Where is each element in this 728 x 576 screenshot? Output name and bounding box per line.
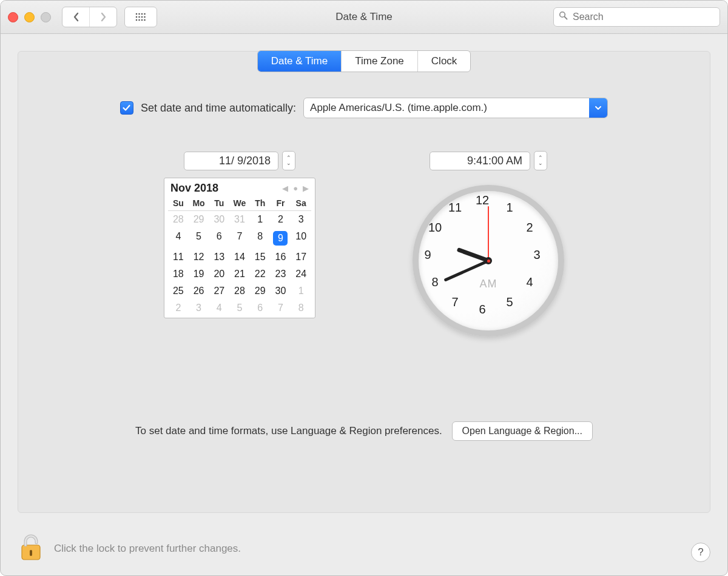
clock-number: 11 <box>448 201 462 215</box>
close-window-button[interactable] <box>8 12 18 22</box>
calendar-day[interactable]: 31 <box>229 211 250 228</box>
calendar-day[interactable]: 25 <box>168 283 189 300</box>
calendar-dow: Sa <box>291 198 311 208</box>
calendar-day[interactable]: 24 <box>291 266 311 283</box>
back-forward-buttons[interactable] <box>62 7 117 27</box>
search-icon <box>559 11 568 23</box>
calendar-day[interactable]: 4 <box>168 228 189 249</box>
calendar-day[interactable]: 14 <box>229 249 250 266</box>
calendar-prev-icon[interactable]: ◀ <box>282 184 288 193</box>
calendar-day[interactable]: 9 <box>271 228 291 249</box>
calendar-days-grid[interactable]: 2829303112345678910111213141516171819202… <box>168 211 311 316</box>
forward-button[interactable] <box>90 7 116 27</box>
help-button[interactable]: ? <box>691 543 710 562</box>
window-controls <box>8 12 51 22</box>
auto-set-row: Set date and time automatically: Apple A… <box>18 98 710 118</box>
time-field[interactable]: 9:41:00 AM <box>430 152 530 170</box>
date-stepper-row: 11/ 9/2018 ⌃ ⌄ <box>184 151 295 170</box>
date-stepper[interactable]: ⌃ ⌄ <box>282 151 295 170</box>
clock-number: 7 <box>451 295 458 309</box>
calendar-day[interactable]: 27 <box>209 283 229 300</box>
calendar-next-icon[interactable]: ▶ <box>303 184 309 193</box>
calendar-day[interactable]: 28 <box>168 211 189 228</box>
clock-number: 12 <box>476 193 489 207</box>
calendar-day[interactable]: 30 <box>209 211 229 228</box>
calendar[interactable]: Nov 2018 ◀ ● ▶ SuMoTuWeThFrSa 2829303112… <box>164 178 315 318</box>
auto-set-checkbox[interactable] <box>120 101 133 115</box>
tab-date-time[interactable]: Date & Time <box>258 51 342 72</box>
time-stepper[interactable]: ⌃ ⌄ <box>534 151 547 170</box>
calendar-dow: Fr <box>271 198 291 208</box>
calendar-day[interactable]: 22 <box>250 266 271 283</box>
calendar-day[interactable]: 11 <box>168 249 189 266</box>
calendar-dow-row: SuMoTuWeThFrSa <box>168 198 311 211</box>
calendar-day[interactable]: 18 <box>168 266 189 283</box>
calendar-day[interactable]: 16 <box>271 249 291 266</box>
tab-bar: Date & Time Time Zone Clock <box>18 50 710 72</box>
calendar-day[interactable]: 26 <box>189 283 209 300</box>
clock-ampm-label: AM <box>480 278 497 290</box>
svg-point-5 <box>138 16 140 18</box>
tab-time-zone[interactable]: Time Zone <box>342 51 418 72</box>
chevron-left-icon <box>73 12 79 22</box>
calendar-day[interactable]: 13 <box>209 249 229 266</box>
tab-clock[interactable]: Clock <box>418 51 471 72</box>
clock-number: 8 <box>431 275 438 289</box>
calendar-day[interactable]: 29 <box>250 283 271 300</box>
calendar-day[interactable]: 3 <box>189 300 209 316</box>
calendar-day[interactable]: 20 <box>209 266 229 283</box>
calendar-day[interactable]: 4 <box>209 300 229 316</box>
calendar-day[interactable]: 8 <box>250 228 271 249</box>
second-hand <box>488 206 489 261</box>
combo-dropdown-button[interactable] <box>589 98 607 118</box>
svg-point-9 <box>138 19 140 21</box>
search-input[interactable] <box>571 11 715 23</box>
calendar-today-icon[interactable]: ● <box>293 184 298 193</box>
calendar-day[interactable]: 10 <box>291 228 311 249</box>
calendar-day[interactable]: 2 <box>271 211 291 228</box>
clock-number: 2 <box>526 221 533 235</box>
clock-number: 1 <box>506 201 513 215</box>
calendar-day[interactable]: 5 <box>189 228 209 249</box>
calendar-day[interactable]: 29 <box>189 211 209 228</box>
calendar-day[interactable]: 7 <box>229 228 250 249</box>
date-field[interactable]: 11/ 9/2018 <box>184 152 278 170</box>
search-field[interactable] <box>553 7 720 27</box>
calendar-day[interactable]: 19 <box>189 266 209 283</box>
calendar-day[interactable]: 3 <box>291 211 311 228</box>
back-button[interactable] <box>62 7 90 27</box>
calendar-day[interactable]: 1 <box>291 283 311 300</box>
svg-point-0 <box>136 13 138 15</box>
calendar-header: Nov 2018 ◀ ● ▶ <box>168 182 311 198</box>
calendar-day[interactable]: 2 <box>168 300 189 316</box>
calendar-day[interactable]: 5 <box>229 300 250 316</box>
calendar-day[interactable]: 1 <box>250 211 271 228</box>
calendar-dow: We <box>229 198 250 208</box>
calendar-day[interactable]: 23 <box>271 266 291 283</box>
calendar-day[interactable]: 21 <box>229 266 250 283</box>
calendar-day[interactable]: 30 <box>271 283 291 300</box>
footer-text: To set date and time formats, use Langua… <box>135 425 442 437</box>
calendar-day[interactable]: 28 <box>229 283 250 300</box>
clock-number: 5 <box>506 295 513 309</box>
lock-icon[interactable] <box>19 533 43 564</box>
calendar-day[interactable]: 6 <box>250 300 271 316</box>
calendar-day[interactable]: 7 <box>271 300 291 316</box>
time-server-combo[interactable]: Apple Americas/U.S. (time.apple.com.) <box>303 98 608 118</box>
checkmark-icon <box>123 104 130 112</box>
clock-number: 10 <box>428 221 442 235</box>
calendar-dow: Th <box>250 198 271 208</box>
minimize-window-button[interactable] <box>24 12 35 22</box>
calendar-day[interactable]: 6 <box>209 228 229 249</box>
calendar-day[interactable]: 12 <box>189 249 209 266</box>
calendar-day[interactable]: 15 <box>250 249 271 266</box>
calendar-day[interactable]: 17 <box>291 249 311 266</box>
segmented-control[interactable]: Date & Time Time Zone Clock <box>257 50 471 72</box>
svg-point-1 <box>138 13 140 15</box>
calendar-day[interactable]: 8 <box>291 300 311 316</box>
open-language-region-button[interactable]: Open Language & Region... <box>452 421 593 441</box>
show-all-button[interactable] <box>124 7 157 27</box>
lock-text: Click the lock to prevent further change… <box>54 543 241 555</box>
clock-number: 4 <box>526 275 533 289</box>
chevron-right-icon <box>100 12 107 22</box>
